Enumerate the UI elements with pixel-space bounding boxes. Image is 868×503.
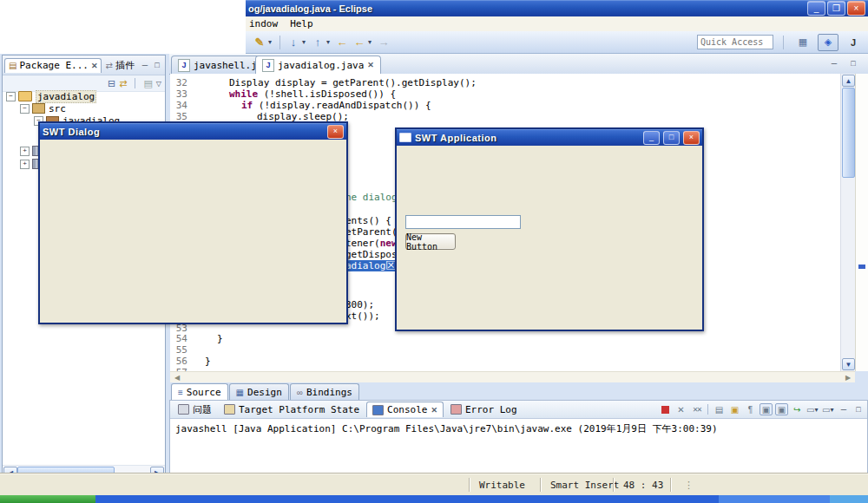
- collapse-all-icon[interactable]: ⊟: [108, 78, 115, 89]
- clear-console-icon[interactable]: ▤: [713, 403, 726, 415]
- tab-target-platform[interactable]: Target Platform State: [219, 402, 365, 417]
- maximize-view-icon[interactable]: □: [151, 61, 163, 69]
- expand-icon[interactable]: +: [20, 147, 30, 156]
- restore-button[interactable]: ❐: [827, 1, 845, 16]
- statusbar-separator: [613, 478, 614, 492]
- show-output-icon[interactable]: ▣: [775, 403, 788, 415]
- minimize-button[interactable]: _: [643, 131, 660, 145]
- tab-label: Source: [187, 387, 221, 398]
- export-icon[interactable]: ↑: [309, 35, 326, 50]
- error-log-icon: [450, 404, 462, 415]
- tab-bindings[interactable]: ∞ Bindings: [290, 383, 359, 400]
- editor-hscrollbar[interactable]: ◀ ▶: [170, 371, 855, 383]
- remove-launch-icon[interactable]: ✕: [674, 403, 687, 415]
- tab-console[interactable]: Console ✕: [366, 402, 444, 417]
- new-button[interactable]: New Button: [405, 233, 456, 250]
- filters-icon[interactable]: ▤: [143, 78, 152, 89]
- swt-application-window[interactable]: SWT Application _ □ × New Button: [395, 127, 704, 331]
- nav-back-icon[interactable]: ←: [333, 35, 351, 50]
- expand-icon[interactable]: +: [20, 160, 30, 169]
- maximize-button[interactable]: □: [663, 131, 680, 145]
- line-number: 32: [170, 77, 187, 88]
- statusbar-overflow-icon[interactable]: ⋮: [684, 480, 694, 491]
- taskbar-tray[interactable]: [830, 495, 868, 503]
- swt-dialog-titlebar[interactable]: SWT Dialog ×: [40, 123, 346, 140]
- console-toolbar: ✕ ✕✕ ▤ ▣ ¶ ▣ ▣ ↪ ▭▾ ▭▾ ─ □: [659, 403, 865, 415]
- open-console-link-icon[interactable]: ↪: [791, 403, 804, 415]
- tab-plugins[interactable]: ⇄ 插件: [102, 58, 137, 73]
- scroll-left-icon[interactable]: ◀: [172, 373, 182, 382]
- line-number: 34: [170, 100, 187, 111]
- link-with-editor-icon[interactable]: ⇄: [119, 78, 127, 89]
- close-button[interactable]: ×: [847, 1, 865, 16]
- remove-all-launches-icon[interactable]: ✕✕: [690, 403, 703, 415]
- tab-label: Console: [387, 404, 427, 415]
- maximize-view-icon[interactable]: □: [847, 59, 859, 68]
- close-icon[interactable]: ✕: [91, 62, 98, 70]
- start-button[interactable]: [0, 495, 95, 503]
- nav-back-history-icon[interactable]: ←: [351, 35, 368, 50]
- app-text-input[interactable]: [405, 215, 521, 229]
- overview-ruler[interactable]: [855, 74, 868, 371]
- scrollbar-thumb[interactable]: [842, 88, 855, 178]
- collapse-icon[interactable]: −: [20, 104, 30, 114]
- display-console-icon[interactable]: ▭▾: [806, 403, 819, 415]
- terminate-icon[interactable]: [659, 403, 672, 415]
- nav-forward-icon[interactable]: →: [375, 35, 392, 50]
- tab-label: Package E...: [19, 60, 88, 71]
- word-wrap-icon[interactable]: ¶: [744, 403, 757, 415]
- console-output: javashell [Java Application] C:\Program …: [170, 419, 867, 439]
- minimize-button[interactable]: _: [807, 1, 825, 16]
- close-icon[interactable]: ✕: [367, 61, 374, 69]
- javaee-perspective-icon[interactable]: J: [844, 35, 863, 50]
- chevron-down-icon[interactable]: ▾: [268, 38, 275, 46]
- collapse-icon[interactable]: −: [6, 92, 16, 101]
- statusbar-separator: [540, 478, 541, 492]
- occurrence-marker[interactable]: [858, 265, 865, 269]
- close-button[interactable]: ×: [327, 125, 344, 139]
- menu-help[interactable]: Help: [290, 18, 313, 29]
- tab-design[interactable]: ▦ Design: [229, 383, 289, 400]
- taskbar-task[interactable]: [719, 495, 830, 503]
- code-line: 54}: [170, 333, 840, 344]
- view-menu-icon[interactable]: ▽: [156, 80, 161, 88]
- close-icon[interactable]: ✕: [431, 406, 437, 415]
- tree-item[interactable]: −javadialog: [6, 90, 96, 102]
- chevron-down-icon[interactable]: ▾: [302, 38, 309, 46]
- tab-javadialog[interactable]: J javadialog.java ✕: [255, 56, 381, 74]
- editor-vscrollbar[interactable]: ▲ ▼: [840, 74, 855, 371]
- chevron-down-icon[interactable]: ▾: [368, 38, 375, 46]
- tree-item-label[interactable]: src: [49, 103, 66, 114]
- taskbar[interactable]: [0, 495, 868, 503]
- scroll-right-icon[interactable]: ▶: [843, 373, 853, 382]
- chevron-down-icon[interactable]: ▾: [326, 38, 333, 46]
- cursor-position[interactable]: 48 : 43: [623, 480, 663, 491]
- tree-item[interactable]: −src: [20, 102, 66, 114]
- new-console-icon[interactable]: ▭▾: [822, 403, 835, 415]
- pin-console-icon[interactable]: ▣: [760, 403, 773, 415]
- tab-error-log[interactable]: Error Log: [445, 402, 523, 417]
- tab-source[interactable]: ≡ Source: [171, 383, 228, 400]
- tab-label: Bindings: [306, 387, 352, 398]
- minimize-view-icon[interactable]: ─: [838, 405, 850, 414]
- minimize-view-icon[interactable]: ─: [139, 61, 151, 69]
- tree-item-label[interactable]: javadialog: [36, 90, 96, 103]
- close-button[interactable]: ×: [683, 131, 700, 145]
- scroll-up-icon[interactable]: ▲: [842, 75, 855, 87]
- minimize-view-icon[interactable]: ─: [828, 59, 840, 68]
- swt-application-titlebar[interactable]: SWT Application _ □ ×: [397, 129, 702, 146]
- eclipse-titlebar: og/javadialog.java - Eclipse _ ❐ ×: [246, 0, 868, 16]
- maximize-view-icon[interactable]: □: [852, 405, 865, 414]
- java-perspective-icon[interactable]: ◈: [818, 34, 838, 51]
- wand-icon[interactable]: ✎: [251, 35, 268, 50]
- open-perspective-icon[interactable]: ▦: [793, 35, 812, 50]
- quick-access-input[interactable]: [697, 35, 773, 49]
- tab-problems[interactable]: 问题: [173, 402, 217, 417]
- import-icon[interactable]: ↓: [285, 35, 302, 50]
- scroll-lock-icon[interactable]: ▣: [728, 403, 741, 415]
- tab-package-explorer[interactable]: ▤ Package E... ✕: [4, 58, 102, 73]
- menu-window[interactable]: indow: [249, 18, 278, 29]
- insert-mode-status: Smart Insert: [550, 480, 619, 491]
- swt-dialog-window[interactable]: SWT Dialog ×: [38, 121, 348, 324]
- scroll-down-icon[interactable]: ▼: [842, 358, 855, 370]
